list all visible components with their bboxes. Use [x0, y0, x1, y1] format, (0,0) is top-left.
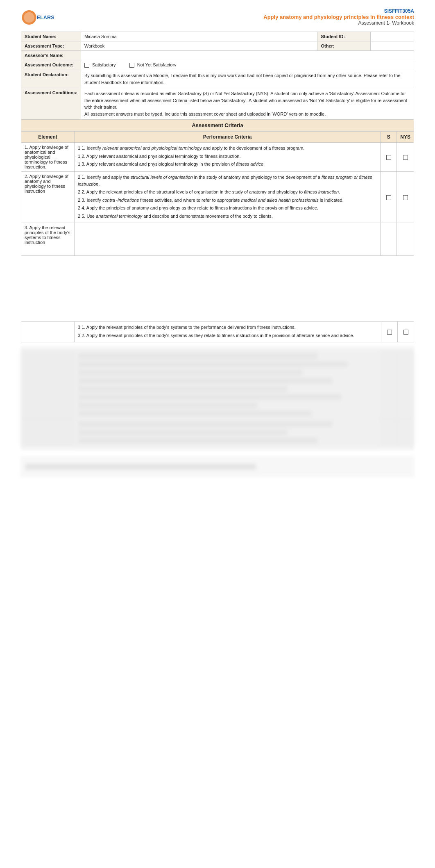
assessor-row: Assessor's Name: — [21, 51, 414, 60]
criteria-header-row: Element Performance Criteria S NYS — [21, 132, 414, 143]
nys-checkbox-1[interactable] — [397, 143, 414, 172]
blurred-row-1 — [21, 351, 414, 419]
blurred-nys-5 — [398, 419, 414, 446]
criteria-section: Assessment Criteria Element Performance … — [21, 120, 414, 256]
criteria-title: Assessment Criteria — [21, 120, 414, 131]
nys-check-3b[interactable] — [403, 330, 408, 335]
company-logo: ELARS — [21, 8, 54, 27]
s-checkbox-2[interactable] — [381, 172, 397, 223]
assessment-type-row: Assessment Type: Workbook Other: — [21, 41, 414, 51]
perf-criteria-3 — [75, 223, 381, 256]
s-checkbox-1[interactable] — [381, 143, 397, 172]
logo-area: ELARS — [21, 8, 70, 27]
criteria-row-1: 1. Apply knowledge of anatomical and phy… — [21, 143, 414, 172]
conditions-label: Assessment Conditions: — [21, 88, 81, 120]
continued-perf-3: 3.1. Apply the relevant principles of th… — [75, 322, 381, 342]
outcome-row: Assessment Outcome: Satisfactory Not Yet… — [21, 60, 414, 70]
criteria-row-3: 3. Apply the relevant principles of the … — [21, 223, 414, 256]
element-1: 1. Apply knowledge of anatomical and phy… — [21, 143, 75, 172]
s-check-2[interactable] — [386, 195, 391, 200]
student-name-label: Student Name: — [21, 32, 81, 41]
continued-criteria-table: 3.1. Apply the relevant principles of th… — [21, 321, 414, 342]
nys-checkbox[interactable] — [129, 63, 134, 68]
assessor-value — [81, 51, 414, 60]
blurred-footer — [21, 456, 414, 477]
blurred-perf-4 — [75, 351, 381, 419]
s-col-header: S — [381, 132, 397, 143]
blurred-perf-5 — [75, 419, 381, 446]
nys-check-1[interactable] — [403, 155, 408, 160]
conditions-text: Each assessment criteria is recorded as … — [81, 88, 414, 120]
perf-col-header: Performance Criteria — [75, 132, 381, 143]
course-code: SISFFIT305A — [263, 8, 414, 14]
blurred-s-4 — [381, 351, 398, 419]
page-header: ELARS SISFFIT305A Apply anatomy and phys… — [21, 8, 414, 27]
nys-col-header: NYS — [397, 132, 414, 143]
criteria-32: 3.2. Apply the relevant principles of th… — [78, 332, 378, 339]
element-3: 3. Apply the relevant principles of the … — [21, 223, 75, 256]
svg-point-1 — [24, 12, 34, 23]
page-gap — [21, 256, 414, 321]
blurred-element-5 — [21, 419, 75, 446]
assessment-subtitle: Assessment 1- Workbook — [263, 20, 414, 26]
blurred-s-5 — [381, 419, 398, 446]
nys-checkbox-2[interactable] — [397, 172, 414, 223]
blurred-table — [21, 351, 414, 446]
criteria-table: Element Performance Criteria S NYS 1. Ap… — [21, 131, 414, 256]
nys-checkbox-3b[interactable] — [398, 322, 414, 342]
perf-criteria-1: 1.1. Identify relevant anatomical and ph… — [75, 143, 381, 172]
student-name-row: Student Name: Micaela Somma Student ID: — [21, 32, 414, 41]
perf-text-2: 2.1. Identify and apply the structural l… — [78, 174, 377, 219]
student-name-value: Micaela Somma — [81, 32, 317, 41]
assessor-label: Assessor's Name: — [21, 51, 81, 60]
declaration-row: Student Declaration: By submitting this … — [21, 70, 414, 88]
perf-text-3: 3.1. Apply the relevant principles of th… — [78, 324, 378, 339]
student-id-label: Student ID: — [317, 32, 371, 41]
element-2: 2. Apply knowledge of anatomy and physio… — [21, 172, 75, 223]
svg-text:ELARS: ELARS — [36, 14, 54, 21]
blurred-element-4 — [21, 351, 75, 419]
s-check-3b[interactable] — [387, 330, 392, 335]
blurred-nys-4 — [398, 351, 414, 419]
nys-check-2[interactable] — [403, 195, 408, 200]
perf-text-1: 1.1. Identify relevant anatomical and ph… — [78, 145, 377, 168]
blurred-row-2 — [21, 419, 414, 446]
second-section: 3.1. Apply the relevant principles of th… — [21, 321, 414, 477]
course-title: Apply anatomy and physiology principles … — [263, 14, 414, 20]
element-col-header: Element — [21, 132, 75, 143]
assessment-type-value: Workbook — [81, 41, 317, 51]
declaration-text: By submitting this assessment via Moodle… — [81, 70, 414, 88]
continued-row-3: 3.1. Apply the relevant principles of th… — [21, 322, 414, 342]
student-info-table: Student Name: Micaela Somma Student ID: … — [21, 32, 414, 120]
s-checkbox-3 — [381, 223, 397, 256]
criteria-row-2: 2. Apply knowledge of anatomy and physio… — [21, 172, 414, 223]
header-right: SISFFIT305A Apply anatomy and physiology… — [263, 8, 414, 26]
student-id-value — [371, 32, 414, 41]
nys-label: Not Yet Satisfactory — [137, 62, 177, 67]
declaration-label: Student Declaration: — [21, 70, 81, 88]
page-container: ELARS SISFFIT305A Apply anatomy and phys… — [21, 0, 414, 649]
assessment-type-label: Assessment Type: — [21, 41, 81, 51]
outcome-value: Satisfactory Not Yet Satisfactory — [81, 60, 414, 70]
blurred-content-area — [21, 346, 414, 450]
satisfactory-checkbox[interactable] — [84, 63, 89, 68]
other-label: Other: — [317, 41, 371, 51]
bottom-spacer — [21, 477, 414, 641]
continued-element-3 — [21, 322, 75, 342]
s-checkbox-3b[interactable] — [381, 322, 398, 342]
outcome-label: Assessment Outcome: — [21, 60, 81, 70]
other-value — [371, 41, 414, 51]
criteria-31: 3.1. Apply the relevant principles of th… — [78, 324, 378, 331]
s-check-1[interactable] — [386, 155, 391, 160]
conditions-row: Assessment Conditions: Each assessment c… — [21, 88, 414, 120]
perf-criteria-2: 2.1. Identify and apply the structural l… — [75, 172, 381, 223]
satisfactory-label: Satisfactory — [92, 62, 116, 67]
nys-checkbox-3 — [397, 223, 414, 256]
